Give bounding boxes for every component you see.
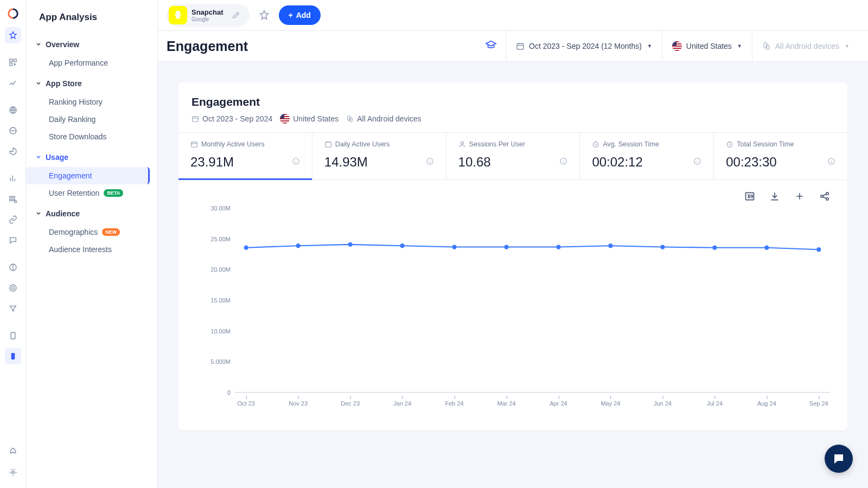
svg-point-14 [12, 471, 14, 473]
x-tick: Dec 23 [341, 400, 360, 407]
svg-point-11 [11, 286, 14, 289]
rail-item-globe1[interactable] [5, 102, 21, 118]
x-tick: Jun 24 [654, 400, 672, 407]
rail-item-filter[interactable] [5, 300, 21, 317]
date-range-filter[interactable]: Oct 2023 - Sep 2024 (12 Months)▼ [506, 31, 662, 61]
info-icon[interactable] [559, 157, 567, 168]
svg-point-48 [296, 243, 301, 248]
metric-tab-2[interactable]: Sessions Per User 10.68 [446, 133, 580, 179]
share-icon[interactable] [819, 191, 830, 204]
y-tick: 20.00M [210, 266, 231, 273]
x-tick: Apr 24 [550, 400, 567, 407]
nav-section-2[interactable]: Usage [26, 147, 150, 167]
rail-item-rocket[interactable] [5, 442, 21, 459]
nav-section-1[interactable]: App Store [26, 74, 150, 93]
rail-item-search-list[interactable] [5, 191, 21, 207]
topbar: Snapchat Google +Add [158, 0, 868, 31]
info-icon[interactable] [426, 157, 434, 168]
nav-item-3-0[interactable]: Demographics NEW [26, 223, 150, 241]
card-title: Engagement [192, 95, 834, 108]
rail-item-mobile[interactable] [5, 348, 21, 364]
app-source: Google [192, 16, 224, 22]
svg-point-37 [461, 142, 463, 144]
rail-item-trend[interactable] [5, 75, 21, 91]
page-title: Engagement [167, 38, 485, 54]
svg-rect-13 [11, 353, 15, 359]
nav-item-1-1[interactable]: Daily Ranking [26, 111, 150, 128]
svg-rect-2 [14, 59, 16, 62]
info-icon[interactable] [827, 157, 835, 168]
nav-item-1-2[interactable]: Store Downloads [26, 128, 150, 145]
svg-rect-28 [280, 119, 290, 120]
x-tick: Jul 24 [707, 400, 723, 407]
svg-point-54 [608, 243, 612, 248]
svg-point-56 [712, 246, 717, 250]
app-chip[interactable]: Snapchat Google [167, 4, 250, 27]
svg-rect-6 [10, 196, 15, 198]
rail-item-pie[interactable] [5, 143, 21, 159]
nav-section-0[interactable]: Overview [26, 35, 150, 54]
nav-section-3[interactable]: Audience [26, 204, 150, 223]
y-tick: 0 [227, 389, 231, 396]
nav-item-1-0[interactable]: Ranking History [26, 93, 150, 111]
icon-rail [0, 0, 26, 488]
rail-item-analysis[interactable] [5, 27, 21, 43]
download-icon[interactable] [769, 191, 780, 204]
nav-item-0-0[interactable]: App Performance [26, 54, 150, 72]
svg-point-47 [244, 246, 248, 250]
rail-item-chat[interactable] [5, 232, 21, 248]
devices-filter[interactable]: All Android devices▼ [752, 31, 859, 61]
metric-tab-0[interactable]: Monthly Active Users 23.91M [178, 133, 312, 179]
x-tick: Nov 23 [289, 400, 308, 407]
svg-point-57 [764, 246, 769, 250]
svg-rect-33 [192, 142, 197, 147]
svg-point-10 [10, 285, 16, 291]
add-to-icon[interactable] [794, 191, 805, 204]
academy-icon[interactable] [485, 39, 497, 53]
export-excel-icon[interactable] [744, 191, 755, 204]
main: Snapchat Google +Add Engagement Oct 2023… [158, 0, 868, 488]
svg-rect-20 [672, 49, 682, 50]
x-tick: Jan 24 [393, 400, 411, 407]
metric-tab-1[interactable]: Daily Active Users 14.93M [312, 133, 446, 179]
x-tick: Sep 24 [809, 400, 828, 407]
filter-bar: Engagement Oct 2023 - Sep 2024 (12 Month… [158, 31, 868, 62]
country-filter[interactable]: United States▼ [662, 31, 752, 61]
svg-rect-7 [10, 200, 15, 201]
y-tick: 30.00M [210, 205, 231, 211]
svg-point-50 [400, 243, 404, 248]
favorite-icon[interactable] [256, 7, 272, 23]
chat-fab[interactable] [825, 445, 853, 473]
metric-tab-3[interactable]: Avg. Session Time 00:02:12 [580, 133, 714, 179]
info-icon[interactable] [292, 157, 300, 168]
x-tick: Oct 23 [237, 400, 254, 407]
edit-icon[interactable] [228, 7, 244, 23]
svg-point-51 [452, 245, 456, 249]
svg-rect-12 [11, 332, 15, 339]
add-button[interactable]: +Add [279, 5, 321, 25]
svg-rect-15 [517, 43, 524, 49]
svg-rect-21 [672, 41, 676, 46]
rail-item-target[interactable] [5, 280, 21, 296]
svg-point-8 [14, 201, 16, 203]
svg-point-49 [348, 242, 352, 247]
metric-tab-4[interactable]: Total Session Time 00:23:30 [714, 133, 847, 179]
svg-rect-24 [193, 117, 199, 121]
rail-item-bars[interactable] [5, 170, 21, 187]
rail-item-globe3[interactable] [5, 259, 21, 275]
x-tick: May 24 [601, 400, 620, 407]
nav-item-2-1[interactable]: User Retention BETA [26, 184, 150, 202]
rail-item-globe2[interactable] [5, 123, 21, 139]
content: Engagement Oct 2023 - Sep 2024 United St… [158, 62, 868, 488]
svg-rect-19 [672, 47, 682, 48]
rail-item-settings[interactable] [5, 464, 21, 480]
nav-item-2-0[interactable]: Engagement [26, 167, 150, 184]
nav-item-3-1[interactable]: Audience Interests [26, 241, 150, 258]
svg-point-58 [816, 247, 821, 252]
rail-item-grid[interactable] [5, 54, 21, 70]
rail-item-doc[interactable] [5, 328, 21, 344]
metrics-row: Monthly Active Users 23.91M Daily Active… [178, 132, 847, 180]
rail-item-link[interactable] [5, 211, 21, 228]
svg-rect-30 [280, 114, 284, 118]
info-icon[interactable] [693, 157, 701, 168]
